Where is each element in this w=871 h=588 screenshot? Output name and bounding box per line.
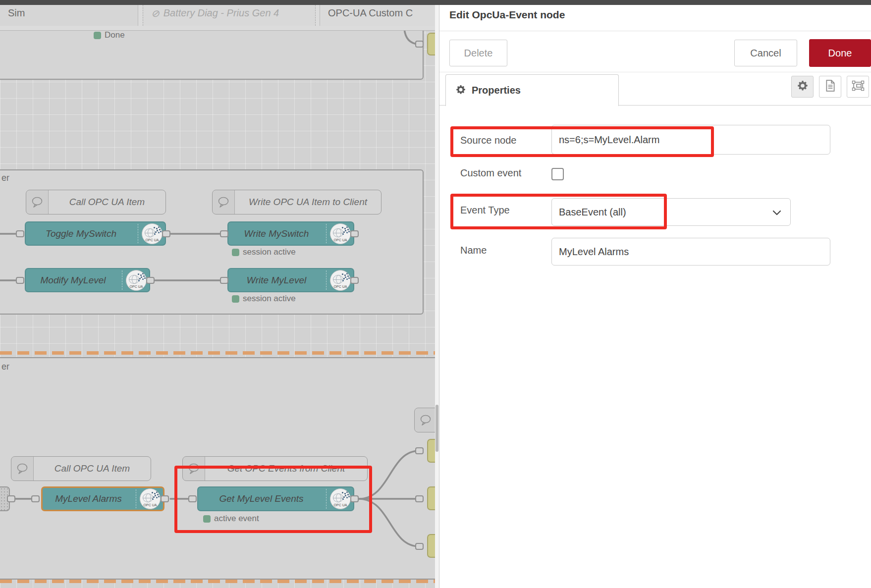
comment-label: Call OPC UA Item [49, 190, 165, 214]
description-icon-button[interactable] [819, 76, 841, 98]
node-port[interactable] [16, 230, 24, 237]
opcua-badge-icon: OPC UA [126, 270, 147, 291]
name-label: Name [460, 245, 487, 256]
node-port[interactable] [161, 495, 169, 502]
speech-bubble-icon [16, 463, 29, 475]
node-port[interactable] [162, 230, 170, 237]
node-port[interactable] [31, 495, 40, 502]
node-port[interactable] [220, 230, 228, 237]
status-text: session active [243, 294, 296, 304]
top-dark-strip [0, 0, 871, 5]
tab-label: Battery Diag - Prius Gen 4 [163, 7, 279, 19]
link-node-sliver[interactable] [427, 439, 435, 463]
status-dot-icon [232, 249, 239, 256]
badge-separator [326, 224, 327, 243]
node-port[interactable] [350, 277, 359, 284]
opcua-badge-icon: OPC UA [330, 223, 351, 244]
group-upper-label: er [1, 173, 9, 183]
annotation-rect-get-events [174, 466, 372, 533]
speech-bubble-icon [217, 196, 230, 208]
event-type-label: Event Type [460, 205, 510, 216]
comment-icon-area [26, 190, 49, 214]
panel-title: Edit OpcUa-Event node [449, 9, 565, 21]
status-dot-icon [94, 32, 101, 39]
node-port[interactable] [350, 230, 359, 237]
node-port[interactable] [7, 495, 15, 502]
comment-node-clipped[interactable] [414, 408, 435, 432]
tab-properties[interactable]: Properties [445, 74, 619, 106]
node-port[interactable] [146, 277, 155, 284]
badge-label: OPC UA [330, 285, 350, 288]
comment-label: Write OPC UA Item to Client [235, 190, 381, 214]
done-button[interactable]: Done [809, 39, 871, 67]
comment-label: Call OPC UA Item [34, 457, 151, 481]
comment-icon-area [415, 408, 435, 432]
link-node-sliver[interactable] [427, 486, 435, 510]
speech-bubble-icon [419, 414, 432, 426]
edit-node-panel: Edit OpcUa-Event node Delete Cancel Done… [439, 0, 871, 588]
node-port[interactable] [220, 277, 228, 284]
comment-node[interactable]: Write OPC UA Item to Client [212, 190, 381, 214]
globe-icon [333, 275, 343, 284]
divider [439, 31, 871, 31]
node-write-mylevel[interactable]: Write MyLevel OPC UA [227, 268, 354, 292]
group-lower-label: er [1, 362, 9, 372]
node-label: Toggle MySwitch [26, 222, 136, 245]
node-port[interactable] [16, 277, 24, 284]
node-port[interactable] [415, 447, 424, 454]
source-node-input[interactable] [551, 125, 830, 155]
flow-canvas[interactable]: er er Call OPC UA Item [0, 0, 435, 588]
node-port[interactable] [415, 41, 424, 48]
globe-icon [143, 493, 153, 502]
node-status: session active [232, 247, 296, 257]
properties-icon-button[interactable] [791, 76, 814, 98]
status-dot-icon [232, 295, 239, 303]
status-text: session active [243, 247, 296, 257]
name-input[interactable] [551, 238, 830, 266]
node-port[interactable] [415, 543, 424, 550]
globe-icon [333, 228, 343, 237]
comment-node[interactable]: Call OPC UA Item [26, 190, 166, 214]
badge-separator [138, 224, 138, 243]
node-status: session active [232, 294, 296, 304]
appearance-icon-button[interactable] [847, 76, 869, 98]
node-write-myswitch[interactable]: Write MySwitch OPC UA [227, 221, 354, 246]
custom-event-label: Custom event [460, 167, 521, 179]
globe-icon [145, 228, 155, 237]
node-toggle-myswitch[interactable]: Toggle MySwitch OPC UA [25, 221, 166, 246]
link-node-sliver-top[interactable] [427, 33, 435, 55]
node-label: MyLevel Alarms [43, 488, 134, 510]
tab-properties-label: Properties [472, 85, 521, 96]
delete-button[interactable]: Delete [449, 40, 507, 66]
dashed-group-border-bottom [0, 580, 435, 583]
node-port[interactable] [415, 495, 424, 502]
badge-label: OPC UA [126, 285, 146, 288]
canvas-scrollbar-thumb[interactable] [436, 405, 438, 452]
badge-label: OPC UA [330, 238, 350, 242]
opcua-badge-icon: OPC UA [330, 270, 351, 291]
comment-icon-area [11, 457, 34, 481]
badge-separator [136, 489, 136, 508]
node-label: Write MyLevel [228, 269, 325, 291]
badge-label: OPC UA [142, 238, 162, 242]
tab-label: OPC-UA Custom C [328, 7, 413, 19]
canvas-scrollbar-track[interactable] [435, 0, 439, 588]
custom-event-checkbox[interactable] [551, 168, 564, 180]
cancel-button[interactable]: Cancel [734, 40, 797, 66]
event-type-select[interactable]: BaseEvent (all) [551, 198, 791, 226]
badge-separator [122, 270, 122, 290]
dots-icon [154, 227, 155, 228]
node-mylevel-alarms[interactable]: MyLevel Alarms OPC UA [41, 486, 164, 511]
node-modify-mylevel[interactable]: Modify MyLevel OPC UA [25, 268, 150, 292]
divider [439, 72, 871, 72]
badge-separator [326, 270, 327, 290]
source-node-label: Source node [460, 135, 516, 146]
link-node-sliver[interactable] [427, 534, 435, 558]
status-text: Done [105, 30, 125, 40]
comment-node[interactable]: Call OPC UA Item [11, 456, 151, 481]
badge-label: OPC UA [140, 503, 160, 507]
globe-icon [129, 275, 139, 284]
opcua-badge-icon: OPC UA [140, 488, 161, 509]
speech-bubble-icon [31, 196, 44, 208]
node-label: Write MySwitch [228, 222, 325, 245]
